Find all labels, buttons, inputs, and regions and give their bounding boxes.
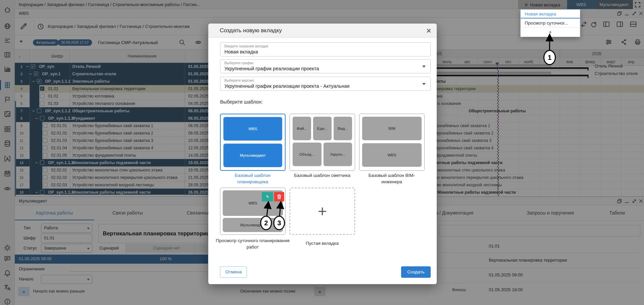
app-window: Корпорация / Западный филиал / Гостиница… [0, 0, 644, 305]
modal-header: Создать новую вкладку × [208, 24, 437, 38]
version-select[interactable]: Выберите версию Укрупненный график реали… [220, 77, 431, 91]
template-label-daily-view: Просмотр суточного планирования работ [216, 237, 290, 250]
template-card-bim[interactable]: BIM WBS [359, 114, 425, 171]
template-block: Вид... [334, 117, 352, 140]
template-label-estimator: Базовый шаблон сметчика [284, 172, 361, 179]
template-label-bim: Базовый шаблон BIM-инженера [358, 172, 425, 185]
template-card-empty[interactable]: + [290, 188, 355, 235]
template-card-estimator[interactable]: Фай... Еди... Вид... Объед... Укрупн... [290, 114, 355, 171]
chevron-down-icon [422, 66, 426, 68]
cancel-button[interactable]: Отмена [220, 266, 247, 278]
template-block: Укрупн... [324, 143, 352, 166]
template-card-planner[interactable]: WBS Мультивиджет [220, 114, 286, 171]
template-block: Мультивиджет [223, 144, 282, 167]
template-block: BIM [362, 117, 422, 140]
dropdown-item-new-tab[interactable]: Новая вкладка [521, 10, 580, 18]
template-label-empty: Пустая вкладка [289, 240, 356, 246]
pencil-icon: ✎ [266, 195, 269, 199]
close-icon[interactable]: × [426, 25, 431, 36]
tab-name-input[interactable]: Введите название вкладки Новая вкладка [220, 42, 431, 56]
plus-icon: + [290, 188, 354, 234]
template-label-planner: Базовый шаблон планировщика [219, 172, 286, 185]
template-block: WBS [362, 143, 422, 167]
template-block: Еди... [313, 117, 332, 140]
dropdown-item-daily-view[interactable]: Просмотр суточног... [521, 18, 580, 28]
create-button[interactable]: Создать [401, 266, 431, 278]
template-card-daily-view[interactable]: WBS ✎ Мультивидж... [220, 188, 286, 235]
schedule-select[interactable]: Выберите график Укрупненный график реали… [220, 59, 431, 73]
modal-title: Создать новую вкладку [220, 24, 282, 38]
tab-dropdown-menu: Новая вкладка Просмотр суточног... + [520, 9, 580, 37]
template-block: Фай... [293, 117, 311, 140]
delete-template-button[interactable] [274, 192, 284, 201]
template-section-label: Выберите шаблон: [220, 99, 263, 105]
edit-template-button[interactable]: ✎ [262, 192, 273, 201]
template-block: WBS ✎ [223, 190, 283, 216]
dropdown-add-tab-button[interactable]: + [521, 28, 580, 37]
chevron-down-icon [422, 83, 426, 85]
template-block: Мультивидж... [223, 218, 283, 232]
template-block: Объед... [293, 143, 321, 166]
create-tab-modal: Создать новую вкладку × Введите название… [208, 24, 437, 284]
template-block: WBS [223, 117, 282, 141]
